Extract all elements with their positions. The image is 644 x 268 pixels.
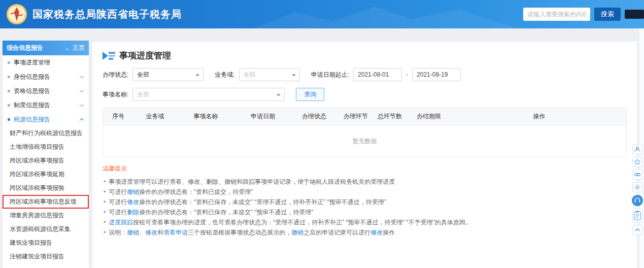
- tip-item: 事项进度管理可以进行查看、修改、删除、撤销和跟踪事项申请记录，便于纳税人跟进税务…: [103, 177, 627, 187]
- tip-link[interactable]: 修改: [127, 198, 139, 206]
- sidebar-item-label: 财产和行为税税源信息报告: [10, 129, 86, 138]
- app-header: 国家税务总局陕西省电子税务局 搜索: [0, 0, 644, 28]
- tip-text: 说明：: [109, 229, 127, 236]
- tips-title: 温馨提示: [103, 164, 627, 173]
- sidebar-subitem[interactable]: 增量房房源信息报告: [3, 209, 89, 222]
- sidebar-item-label: 注销建筑业项目报告: [10, 252, 86, 261]
- list-icon: [103, 51, 116, 60]
- sidebar-item-label: 身份信息报告: [14, 73, 77, 81]
- clipboard-icon[interactable]: [632, 209, 642, 222]
- query-button[interactable]: 查询: [296, 88, 324, 101]
- sidebar-subitem[interactable]: 土地增值税项目报告: [3, 140, 89, 154]
- chevron-down-icon: [195, 74, 199, 77]
- tip-text: 事项进度管理可以进行查看、修改、删除、撤销和跟踪事项申请记录，便于纳税人跟进税务…: [109, 178, 395, 185]
- customer-service-icon[interactable]: [632, 195, 643, 206]
- gear-icon[interactable]: [632, 182, 642, 192]
- sidebar-item[interactable]: 身份信息报告: [3, 70, 89, 84]
- table-header-cell: 序号: [103, 108, 133, 125]
- status-select-value: 全部: [137, 71, 149, 79]
- tip-text: 可进行: [109, 188, 127, 195]
- sidebar-subitem[interactable]: 建筑业项目报告: [3, 236, 89, 250]
- table-header-cell: 办理环节: [337, 108, 374, 125]
- tip-text: 、: [139, 229, 145, 236]
- tip-text: 三个按钮是根据事项状态动态展示的，: [188, 229, 291, 236]
- tip-text: 按钮可查看事项办理的进度，也可查看办理状态为：“受理不通过，待补齐补正” “预审…: [133, 219, 471, 226]
- table-header-cell: 总环节数: [374, 108, 405, 125]
- sidebar-item-label: 资格信息报告: [14, 87, 77, 95]
- sidebar-item-label: 跨区域涉税事项报验: [10, 184, 86, 192]
- tip-text: 操作的办理状态有：“资料已保存，未提交” “预审不通过，待受理”: [139, 209, 313, 216]
- sidebar-item[interactable]: 税源信息报告: [3, 112, 89, 126]
- tip-link[interactable]: 撤销: [291, 229, 303, 236]
- tip-link[interactable]: 修改: [145, 229, 157, 236]
- back-to-top-icon[interactable]: [632, 225, 642, 235]
- tip-item: 可进行撤销操作的办理状态有：“资料已提交，待受理”: [103, 187, 627, 197]
- table-header-cell: 业务域: [133, 108, 177, 125]
- tip-text: 和: [157, 229, 163, 236]
- date-to-input[interactable]: [412, 68, 461, 81]
- table-body: 暂无数据: [103, 125, 626, 157]
- sidebar-item-label: 水资源税税源信息采集: [10, 225, 86, 233]
- tip-text: 之后的申请记录可以进行: [303, 229, 370, 236]
- domain-filter-label: 业务域:: [215, 71, 234, 79]
- sidebar-menu: 事项进度管理身份信息报告资格信息报告制度信息报告税源信息报告财产和行为税税源信息…: [3, 55, 89, 263]
- sidebar-item[interactable]: 事项进度管理: [3, 55, 89, 70]
- tip-link[interactable]: 撤销: [127, 188, 139, 195]
- date-separator: -: [406, 71, 408, 78]
- main-panel: 事项进度管理 办理状态: 全部 业务域: 全部 申请日期起止: - 事项名称: …: [92, 42, 637, 268]
- tip-link[interactable]: 查看申请: [163, 229, 188, 236]
- sidebar-subitem[interactable]: 跨区域涉税事项报告: [3, 154, 89, 168]
- sidebar-section-header: 综合信息报告 ← 主页: [3, 41, 89, 55]
- sidebar-item[interactable]: 资格信息报告: [3, 84, 89, 98]
- bullet-icon: [8, 118, 10, 121]
- search-input[interactable]: [523, 8, 590, 21]
- domain-select-value: 全部: [244, 71, 256, 79]
- tip-link[interactable]: 修改: [370, 229, 383, 236]
- date-from-input[interactable]: [353, 68, 402, 81]
- sidebar-item-label: 跨区域涉税事项信息反馈: [10, 197, 86, 206]
- table-header-cell: 办结期限: [405, 108, 452, 125]
- name-select-value: 全部: [137, 90, 149, 99]
- chevron-down-icon: [292, 74, 296, 77]
- tip-link[interactable]: 删除: [127, 209, 139, 216]
- link-icon[interactable]: [632, 170, 642, 180]
- name-filter-label: 事项名称:: [103, 90, 128, 99]
- sidebar: 综合信息报告 ← 主页 事项进度管理身份信息报告资格信息报告制度信息报告税源信息…: [3, 41, 89, 268]
- sidebar-item-label: 建筑业项目报告: [10, 239, 86, 247]
- star-icon[interactable]: [632, 157, 642, 167]
- sidebar-subitem[interactable]: 跨区域涉税事项信息反馈: [3, 195, 89, 209]
- floating-toolbar: [632, 144, 643, 235]
- progress-table: 序号业务域事项名称申请日期办理状态办理环节总环节数办结期限操作 暂无数据: [103, 108, 627, 157]
- chevron-down-icon: [277, 94, 281, 96]
- sidebar-subitem[interactable]: 水资源税税源信息采集: [3, 222, 89, 236]
- sidebar-section-title: 综合信息报告: [7, 44, 43, 52]
- search-button[interactable]: 搜索: [594, 8, 621, 21]
- tip-text: 可进行: [109, 209, 127, 216]
- date-range-label: 申请日期起止:: [311, 71, 349, 79]
- tip-text: 操作: [383, 229, 395, 236]
- sidebar-item[interactable]: 制度信息报告: [3, 98, 89, 112]
- chevron-up-icon: [80, 118, 84, 122]
- tip-item: 进度跟踪按钮可查看事项办理的进度，也可查看办理状态为：“受理不通过，待补齐补正”…: [103, 217, 627, 227]
- table-header-cell: 申请日期: [235, 108, 291, 125]
- domain-select[interactable]: 全部: [239, 68, 300, 81]
- sidebar-item-label: 增量房房源信息报告: [10, 211, 86, 220]
- name-select[interactable]: 全部: [132, 88, 285, 101]
- back-arrow-icon: ←: [65, 45, 71, 52]
- bullet-icon: [8, 104, 10, 107]
- sidebar-subitem[interactable]: 注销建筑业项目报告: [3, 250, 89, 263]
- tip-link[interactable]: 进度跟踪: [109, 219, 133, 226]
- tip-link[interactable]: 撤销: [127, 229, 139, 236]
- home-link[interactable]: ← 主页: [65, 44, 85, 52]
- sidebar-subitem[interactable]: 财产和行为税税源信息报告: [3, 126, 89, 140]
- sidebar-subitem[interactable]: 跨区域涉税事项报验: [3, 181, 89, 195]
- sidebar-subitem[interactable]: 跨区域涉税事项延期: [3, 168, 89, 181]
- sidebar-item-label: 税源信息报告: [14, 115, 77, 124]
- table-header-cell: 事项名称: [177, 108, 235, 125]
- user-icon[interactable]: [632, 144, 642, 154]
- tips-list: 事项进度管理可以进行查看、修改、删除、撤销和跟踪事项申请记录，便于纳税人跟进税务…: [103, 177, 627, 238]
- tips-section: 温馨提示 事项进度管理可以进行查看、修改、删除、撤销和跟踪事项申请记录，便于纳税…: [103, 164, 627, 238]
- status-select[interactable]: 全部: [132, 68, 204, 81]
- sidebar-item-label: 跨区域涉税事项报告: [10, 156, 86, 165]
- tip-item: 可进行修改操作的办理状态有：“资料已保存，未提交” “受理不通过，待补齐补正” …: [103, 197, 627, 207]
